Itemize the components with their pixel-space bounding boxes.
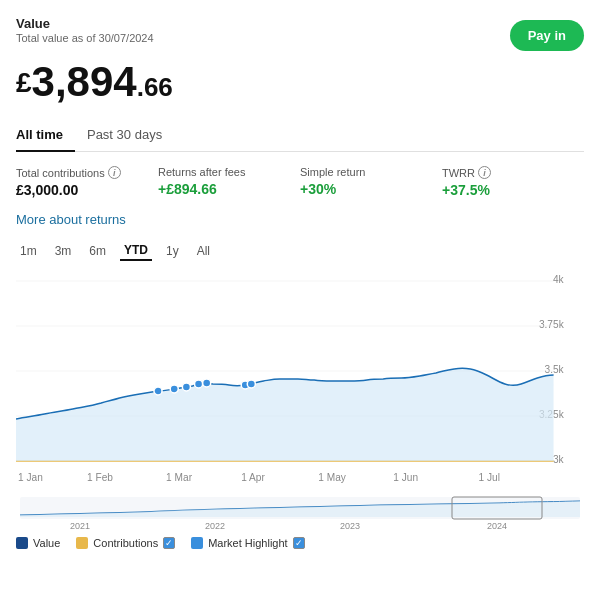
metric-value-returns: +£894.66	[158, 181, 300, 197]
legend-contributions-label: Contributions	[93, 537, 158, 549]
metric-simple-return: Simple return +30%	[300, 166, 442, 197]
legend-value-color	[16, 537, 28, 549]
svg-text:2021: 2021	[70, 521, 90, 531]
title-block: Value Total value as of 30/07/2024	[16, 16, 154, 44]
legend-market-highlight: Market Highlight	[191, 537, 304, 549]
legend-market-label: Market Highlight	[208, 537, 287, 549]
legend-contributions: Contributions	[76, 537, 175, 549]
period-tabs: All time Past 30 days	[16, 121, 584, 152]
currency-symbol: £	[16, 69, 32, 97]
metrics-row: Total contributions i £3,000.00 Returns …	[16, 166, 584, 198]
svg-text:2024: 2024	[487, 521, 507, 531]
market-highlight-checkbox[interactable]	[293, 537, 305, 549]
svg-point-14	[195, 380, 203, 388]
svg-point-17	[247, 380, 255, 388]
time-btn-1y[interactable]: 1y	[162, 242, 183, 260]
legend-value-label: Value	[33, 537, 60, 549]
time-filter-row: 1m 3m 6m YTD 1y All	[16, 241, 584, 261]
svg-point-11	[154, 387, 162, 395]
page-title: Value	[16, 16, 154, 31]
svg-text:4k: 4k	[553, 274, 565, 285]
time-btn-ytd[interactable]: YTD	[120, 241, 152, 261]
metric-value-simple: +30%	[300, 181, 442, 197]
svg-point-12	[170, 385, 178, 393]
tab-all-time[interactable]: All time	[16, 121, 75, 152]
metric-returns-after-fees: Returns after fees +£894.66	[158, 166, 300, 197]
mini-timeline[interactable]: 2021 2022 2023 2024	[16, 495, 584, 531]
metric-label-contributions: Total contributions	[16, 167, 105, 179]
main-chart: 4k 3.75k 3.5k 3.25k 3k	[16, 271, 584, 491]
page-container: Value Total value as of 30/07/2024 Pay i…	[0, 0, 600, 561]
twrr-info-icon[interactable]: i	[478, 166, 491, 179]
more-about-returns-link[interactable]: More about returns	[16, 212, 126, 227]
legend-market-color	[191, 537, 203, 549]
legend-row: Value Contributions Market Highlight	[16, 537, 584, 549]
svg-text:1 Feb: 1 Feb	[87, 472, 113, 483]
metric-label-twrr: TWRR	[442, 167, 475, 179]
time-btn-all[interactable]: All	[193, 242, 214, 260]
metric-twrr: TWRR i +37.5%	[442, 166, 584, 198]
legend-contributions-color	[76, 537, 88, 549]
time-btn-6m[interactable]: 6m	[85, 242, 110, 260]
svg-point-13	[182, 383, 190, 391]
metric-label-returns: Returns after fees	[158, 166, 245, 178]
svg-text:3k: 3k	[553, 454, 565, 465]
metric-label-simple: Simple return	[300, 166, 365, 178]
svg-text:3.5k: 3.5k	[545, 364, 565, 375]
svg-text:1 Jan: 1 Jan	[18, 472, 43, 483]
contributions-checkbox[interactable]	[163, 537, 175, 549]
header-row: Value Total value as of 30/07/2024 Pay i…	[16, 16, 584, 51]
contributions-info-icon[interactable]: i	[108, 166, 121, 179]
time-btn-1m[interactable]: 1m	[16, 242, 41, 260]
value-whole: 3,894	[32, 58, 137, 105]
tab-past-30[interactable]: Past 30 days	[87, 121, 174, 152]
svg-text:3.75k: 3.75k	[539, 319, 565, 330]
main-value-display: £3,894.66	[16, 61, 584, 103]
svg-text:2023: 2023	[340, 521, 360, 531]
mini-timeline-svg: 2021 2022 2023 2024	[16, 495, 584, 531]
svg-text:1 May: 1 May	[318, 472, 347, 483]
metric-total-contributions: Total contributions i £3,000.00	[16, 166, 158, 198]
chart-svg: 4k 3.75k 3.5k 3.25k 3k	[16, 271, 584, 491]
svg-text:1 Jun: 1 Jun	[393, 472, 418, 483]
svg-text:1 Apr: 1 Apr	[241, 472, 265, 483]
pay-in-button[interactable]: Pay in	[510, 20, 584, 51]
metric-value-contributions: £3,000.00	[16, 182, 158, 198]
metric-value-twrr: +37.5%	[442, 182, 584, 198]
svg-text:2022: 2022	[205, 521, 225, 531]
svg-text:1 Jul: 1 Jul	[479, 472, 500, 483]
legend-value: Value	[16, 537, 60, 549]
value-decimal: .66	[137, 72, 173, 102]
svg-text:1 Mar: 1 Mar	[166, 472, 193, 483]
page-subtitle: Total value as of 30/07/2024	[16, 32, 154, 44]
time-btn-3m[interactable]: 3m	[51, 242, 76, 260]
svg-point-15	[203, 379, 211, 387]
